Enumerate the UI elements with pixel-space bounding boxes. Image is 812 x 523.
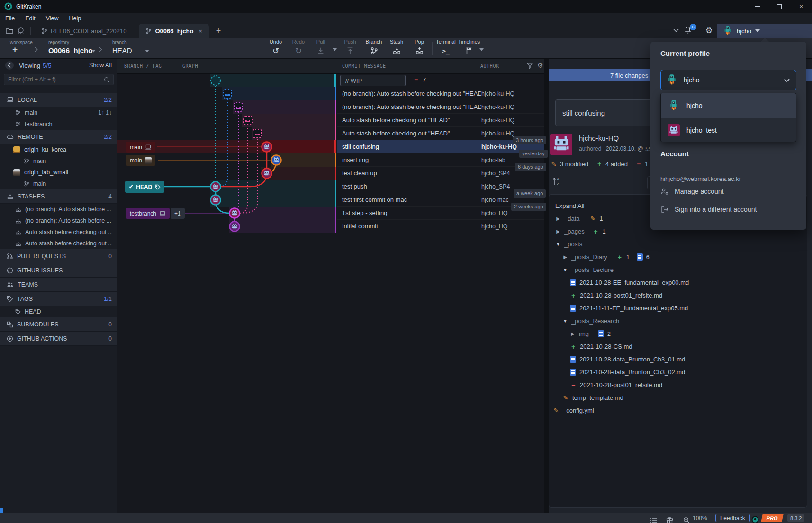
- branch-filter-input[interactable]: [4, 74, 114, 85]
- menu-edit[interactable]: Edit: [20, 15, 41, 22]
- tree-file[interactable]: 2021-10-28-data_Brunton_Ch3_02.md: [549, 366, 807, 379]
- sidebar-section-teams[interactable]: TEAMS: [0, 278, 117, 292]
- stash-node[interactable]: [223, 90, 232, 98]
- stash-node[interactable]: [244, 116, 252, 125]
- timelines-button[interactable]: Timelines: [452, 39, 486, 55]
- profile-select[interactable]: hjcho: [660, 70, 796, 90]
- wip-message-box[interactable]: // WIP: [340, 75, 406, 86]
- sort-icon[interactable]: AZ: [551, 176, 561, 187]
- pro-badge[interactable]: PRO: [761, 514, 783, 522]
- commit-row[interactable]: Initial commithjcho_HQ: [337, 220, 544, 233]
- sidebar-section-github-issues[interactable]: GITHUB ISSUES: [0, 263, 117, 278]
- caret-down-icon[interactable]: [91, 50, 96, 53]
- tree-file-modified[interactable]: ✎temp_template.md: [549, 391, 807, 404]
- add-workspace-button[interactable]: +: [12, 45, 18, 55]
- panel-divider[interactable]: [544, 59, 549, 513]
- commit-node-test-push[interactable]: [211, 182, 221, 192]
- branch-label-main-remote[interactable]: main: [126, 155, 155, 166]
- tree-file-added[interactable]: +2021-10-28-CS.md: [549, 340, 807, 353]
- sidebar-item-origin-lab-main[interactable]: main: [0, 178, 117, 189]
- menu-help[interactable]: Help: [64, 15, 87, 22]
- repository-name[interactable]: O0066_hjcho: [48, 46, 92, 54]
- commit-row[interactable]: test pushhjcho_SP4: [337, 180, 544, 193]
- close-button[interactable]: ×: [790, 0, 812, 13]
- zoom-level[interactable]: 100%: [693, 513, 707, 523]
- tree-dir-img[interactable]: ▶img2: [549, 327, 807, 340]
- tree-dir-posts-lecture[interactable]: ▼_posts_Lecture: [549, 263, 807, 276]
- profile-button[interactable]: hjcho: [717, 24, 812, 38]
- menu-file[interactable]: File: [0, 15, 20, 22]
- tree-file-deleted[interactable]: −2021-10-28-post01_refsite.md: [549, 379, 807, 391]
- new-tab-button[interactable]: +: [213, 24, 224, 38]
- wip-node[interactable]: [211, 76, 220, 85]
- head-label[interactable]: ✔ HEAD: [125, 181, 164, 193]
- sidebar-section-pull-requests[interactable]: PULL REQUESTS0: [0, 249, 117, 263]
- sidebar-item-head-tag[interactable]: HEAD: [0, 306, 117, 317]
- branch-label-main-local[interactable]: main: [126, 142, 155, 153]
- sidebar-item-main-local[interactable]: main1↑ 1↓: [0, 107, 117, 118]
- collapse-panel-icon[interactable]: [5, 61, 14, 70]
- stash-item[interactable]: (no branch): Auto stash before ...: [0, 204, 117, 215]
- sidebar-item-origin-ku-main[interactable]: main: [0, 155, 117, 167]
- commit-row[interactable]: (no branch): Auto stash before checking …: [337, 100, 544, 114]
- sidebar-item-testbranch[interactable]: testbranch: [0, 118, 117, 130]
- current-branch[interactable]: HEAD: [112, 46, 132, 54]
- tree-file[interactable]: 2021-11-11-EE_fundamental_exp05.md: [549, 302, 807, 315]
- caret-down-icon[interactable]: [145, 50, 149, 53]
- tree-file-modified[interactable]: ✎_config.yml: [549, 404, 807, 417]
- gift-icon[interactable]: [666, 515, 673, 523]
- stash-node[interactable]: [253, 129, 262, 138]
- tab-ref06-codeanal[interactable]: REF06_CODEanal_220210: [35, 24, 133, 38]
- sidebar-section-tags[interactable]: TAGS1/1: [0, 292, 117, 306]
- tree-dir-posts[interactable]: ▼_posts: [549, 238, 807, 251]
- commit-node-insert-img[interactable]: [271, 155, 281, 165]
- show-all-button[interactable]: Show All: [89, 62, 112, 69]
- commit-node-initial[interactable]: [230, 222, 240, 232]
- sidebar-section-remote[interactable]: REMOTE2/2: [0, 130, 117, 144]
- sidebar-section-local[interactable]: LOCAL2/2: [0, 93, 117, 107]
- sidebar-item-origin-lab-wmail[interactable]: origin_lab_wmail: [0, 167, 117, 178]
- commit-node-first-commit-mac[interactable]: [211, 195, 221, 205]
- sidebar-section-stashes[interactable]: STASHES4: [0, 189, 117, 204]
- list-view-icon[interactable]: [650, 515, 657, 523]
- tree-dir-posts-research[interactable]: ▼_posts_Research: [549, 315, 807, 327]
- commit-node-still-confusing[interactable]: [262, 142, 272, 152]
- manage-account-button[interactable]: Manage account: [660, 188, 724, 195]
- pull-button[interactable]: Pull: [304, 39, 337, 55]
- tree-file-added[interactable]: +2021-10-28-post01_refsite.md: [549, 289, 807, 302]
- sign-in-different-account-button[interactable]: Sign into a different account: [660, 206, 757, 213]
- open-repo-folder-icon[interactable]: [4, 24, 15, 38]
- sidebar-item-origin-ku-korea[interactable]: origin_ku_korea: [0, 144, 117, 155]
- stash-item[interactable]: Auto stash before checking out ...: [0, 238, 117, 249]
- commit-row[interactable]: (no branch): Auto stash before checking …: [337, 87, 544, 100]
- tab-o0066-hjcho[interactable]: O0066_hjcho ×: [139, 24, 209, 38]
- menu-view[interactable]: View: [41, 15, 64, 22]
- commit-node-test-clean-up[interactable]: [262, 169, 272, 179]
- close-tab-icon[interactable]: ×: [198, 27, 202, 35]
- stash-node[interactable]: [234, 103, 243, 111]
- kraken-icon[interactable]: [15, 24, 27, 38]
- sidebar-section-submodules[interactable]: SUBMODULES0: [0, 317, 117, 332]
- chevron-down-icon[interactable]: [673, 28, 679, 33]
- tree-dir-posts-diary[interactable]: ▶_posts_Diary+16: [549, 251, 807, 263]
- tree-file[interactable]: 2021-10-28-data_Brunton_Ch3_01.md: [549, 353, 807, 366]
- profile-option-hjcho-test[interactable]: hjcho_test: [661, 118, 796, 142]
- tree-file[interactable]: 2021-10-28-EE_fundamental_exp00.md: [549, 276, 807, 289]
- commit-row[interactable]: insert imghjcho-lab: [337, 153, 544, 167]
- maximize-button[interactable]: [768, 0, 790, 13]
- minimize-button[interactable]: [747, 0, 768, 13]
- kraken-status-icon[interactable]: [751, 514, 759, 523]
- zoom-icon[interactable]: [683, 515, 690, 523]
- graph-settings-gear-icon[interactable]: ⚙: [537, 62, 543, 69]
- filter-icon[interactable]: [527, 63, 533, 69]
- profile-option-hjcho[interactable]: hjcho: [661, 93, 796, 118]
- timelines-caret-icon[interactable]: [479, 48, 484, 51]
- commit-row[interactable]: test clean uphjcho_SP4: [337, 167, 544, 180]
- sidebar-section-github-actions[interactable]: GITHUB ACTIONS0: [0, 332, 117, 346]
- gear-icon[interactable]: ⚙: [705, 26, 713, 36]
- stash-item[interactable]: Auto stash before checking out ...: [0, 226, 117, 238]
- stash-item[interactable]: (no branch): Auto stash before ...: [0, 215, 117, 226]
- commit-row[interactable]: Auto stash before checking out "HEAD"hjc…: [337, 114, 544, 127]
- feedback-button[interactable]: Feedback: [715, 514, 750, 522]
- commit-node-1st-step[interactable]: [230, 208, 240, 218]
